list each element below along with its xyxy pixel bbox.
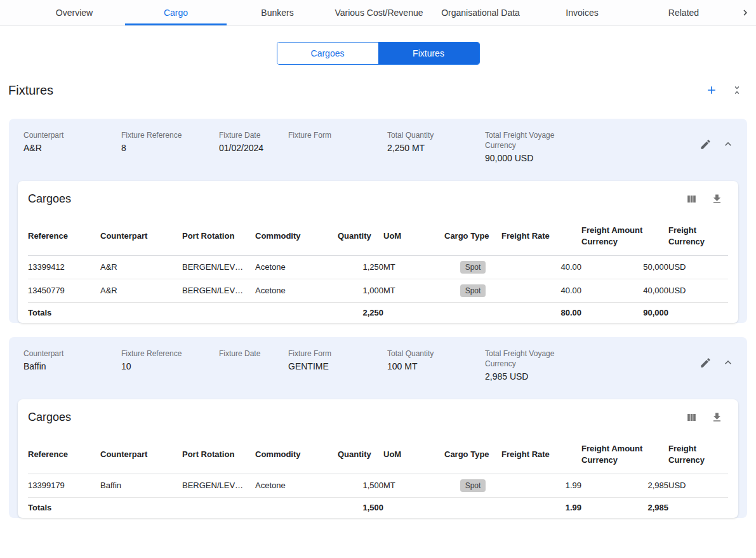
cell-uom: MT xyxy=(383,279,444,303)
field-label: Total Quantity xyxy=(387,130,482,140)
field-fixture-form: Fixture Form GENTIME xyxy=(288,349,387,384)
col-header-freight-amount-currency[interactable]: Freight Amount Currency xyxy=(581,217,668,256)
field-label: Fixture Date xyxy=(219,130,288,140)
col-header-freight-currency[interactable]: Freight Currency xyxy=(668,217,728,256)
field-total-freight: Total Freight Voyage Currency 90,000 USD xyxy=(485,130,612,166)
col-header-reference[interactable]: Reference xyxy=(28,217,100,256)
cell-reference: 13399179 xyxy=(28,474,100,498)
field-total-freight: Total Freight Voyage Currency 2,985 USD xyxy=(485,349,612,384)
nav-tab-invoices[interactable]: Invoices xyxy=(531,0,633,25)
table-row[interactable]: 13399179 Baffin BERGEN/LEV… Acetone 1,50… xyxy=(28,474,728,498)
cell-freight-currency: USD xyxy=(668,279,728,303)
col-header-freight-rate[interactable]: Freight Rate xyxy=(501,217,581,256)
cell-freight-amount: 2,985 xyxy=(581,474,668,498)
page-header: Fixtures xyxy=(8,83,743,98)
nav-tab-organisational-data[interactable]: Organisational Data xyxy=(430,0,531,25)
collapse-fixture-button[interactable] xyxy=(722,356,734,369)
cell-commodity: Acetone xyxy=(255,279,338,303)
collapse-all-button[interactable] xyxy=(731,84,743,96)
fixture-card: Counterpart A&R Fixture Reference 8 Fixt… xyxy=(9,119,747,323)
table-row[interactable]: 13450779 A&R BERGEN/LEV… Acetone 1,000 M… xyxy=(28,279,728,303)
cell-freight-rate: 40.00 xyxy=(501,256,581,279)
table-row[interactable]: 13399412 A&R BERGEN/LEV… Acetone 1,250 M… xyxy=(28,256,728,279)
field-value: 2,250 MT xyxy=(387,142,485,154)
edit-fixture-button[interactable] xyxy=(700,357,712,369)
nav-tab-cargo[interactable]: Cargo xyxy=(125,0,227,25)
totals-label: Totals xyxy=(28,498,100,519)
cell-port-rotation: BERGEN/LEV… xyxy=(182,256,255,279)
field-label: Fixture Form xyxy=(288,130,383,140)
table-header-row: Reference Counterpart Port Rotation Comm… xyxy=(28,217,728,256)
cell-reference: 13399412 xyxy=(28,256,100,279)
field-value: GENTIME xyxy=(288,360,387,373)
col-header-cargo-type[interactable]: Cargo Type xyxy=(444,217,501,256)
totals-quantity: 1,500 xyxy=(338,498,383,519)
chevron-up-icon xyxy=(722,356,734,369)
cell-freight-amount: 40,000 xyxy=(581,279,668,303)
cell-uom: MT xyxy=(383,474,444,498)
cell-commodity: Acetone xyxy=(255,256,338,279)
cell-reference: 13450779 xyxy=(28,279,100,303)
col-header-uom[interactable]: UoM xyxy=(383,435,444,474)
field-counterpart: Counterpart A&R xyxy=(23,130,121,166)
field-total-quantity: Total Quantity 100 MT xyxy=(387,349,485,384)
nav-tab-related[interactable]: Related xyxy=(633,0,734,25)
totals-freight-rate: 1.99 xyxy=(501,498,581,519)
field-value: A&R xyxy=(23,142,121,154)
toggle-fixtures-button[interactable]: Fixtures xyxy=(378,43,479,64)
col-header-counterpart[interactable]: Counterpart xyxy=(100,435,182,474)
field-value: 01/02/2024 xyxy=(219,142,288,154)
cargoes-title: Cargoes xyxy=(28,192,71,206)
col-header-uom[interactable]: UoM xyxy=(383,217,444,256)
col-header-freight-rate[interactable]: Freight Rate xyxy=(501,435,581,474)
col-header-quantity[interactable]: Quantity xyxy=(338,435,383,474)
nav-scroll-right-button[interactable] xyxy=(739,7,751,18)
cargoes-card-header: Cargoes xyxy=(28,399,728,424)
manage-columns-button[interactable] xyxy=(686,193,698,205)
cell-counterpart: A&R xyxy=(100,256,182,279)
add-fixture-button[interactable] xyxy=(705,84,718,96)
cell-counterpart: Baffin xyxy=(100,474,182,498)
columns-icon xyxy=(686,193,698,205)
toggle-cargoes-button[interactable]: Cargoes xyxy=(277,43,378,64)
fixture-header: Counterpart Baffin Fixture Reference 10 … xyxy=(9,337,747,384)
cell-freight-currency: USD xyxy=(668,474,728,498)
pencil-icon xyxy=(700,357,712,369)
nav-tab-overview[interactable]: Overview xyxy=(23,0,125,25)
nav-tab-various-cost-revenue[interactable]: Various Cost/Revenue xyxy=(328,0,430,25)
cargoes-title: Cargoes xyxy=(28,410,71,424)
fixture-card: Counterpart Baffin Fixture Reference 10 … xyxy=(9,337,747,518)
col-header-counterpart[interactable]: Counterpart xyxy=(100,217,182,256)
download-button[interactable] xyxy=(711,411,723,423)
cell-quantity: 1,250 xyxy=(338,256,383,279)
cell-port-rotation: BERGEN/LEV… xyxy=(182,279,255,303)
field-label: Total Freight Voyage Currency xyxy=(485,130,580,150)
field-value: 100 MT xyxy=(387,360,485,373)
field-fixture-reference: Fixture Reference 10 xyxy=(121,349,219,384)
collapse-fixture-button[interactable] xyxy=(722,138,734,150)
field-label: Fixture Reference xyxy=(121,130,216,140)
field-label: Counterpart xyxy=(23,349,119,359)
page-title: Fixtures xyxy=(8,83,53,98)
cell-uom: MT xyxy=(383,256,444,279)
fixture-header: Counterpart A&R Fixture Reference 8 Fixt… xyxy=(9,119,747,166)
col-header-freight-currency[interactable]: Freight Currency xyxy=(668,435,728,474)
col-header-freight-amount-currency[interactable]: Freight Amount Currency xyxy=(581,435,668,474)
cell-freight-rate: 1.99 xyxy=(501,474,581,498)
nav-tab-bunkers[interactable]: Bunkers xyxy=(227,0,328,25)
cell-quantity: 1,500 xyxy=(338,474,383,498)
col-header-port-rotation[interactable]: Port Rotation xyxy=(182,217,255,256)
col-header-commodity[interactable]: Commodity xyxy=(255,435,338,474)
totals-row: Totals 1,500 1.99 2,985 xyxy=(28,498,728,519)
download-button[interactable] xyxy=(711,193,723,205)
cargoes-card: Cargoes xyxy=(18,399,738,518)
col-header-quantity[interactable]: Quantity xyxy=(338,217,383,256)
col-header-cargo-type[interactable]: Cargo Type xyxy=(444,435,501,474)
col-header-port-rotation[interactable]: Port Rotation xyxy=(182,435,255,474)
col-header-commodity[interactable]: Commodity xyxy=(255,217,338,256)
edit-fixture-button[interactable] xyxy=(700,138,712,150)
cargo-type-badge: Spot xyxy=(460,479,486,492)
col-header-reference[interactable]: Reference xyxy=(28,435,100,474)
manage-columns-button[interactable] xyxy=(686,411,698,423)
cargo-type-badge: Spot xyxy=(460,261,486,274)
